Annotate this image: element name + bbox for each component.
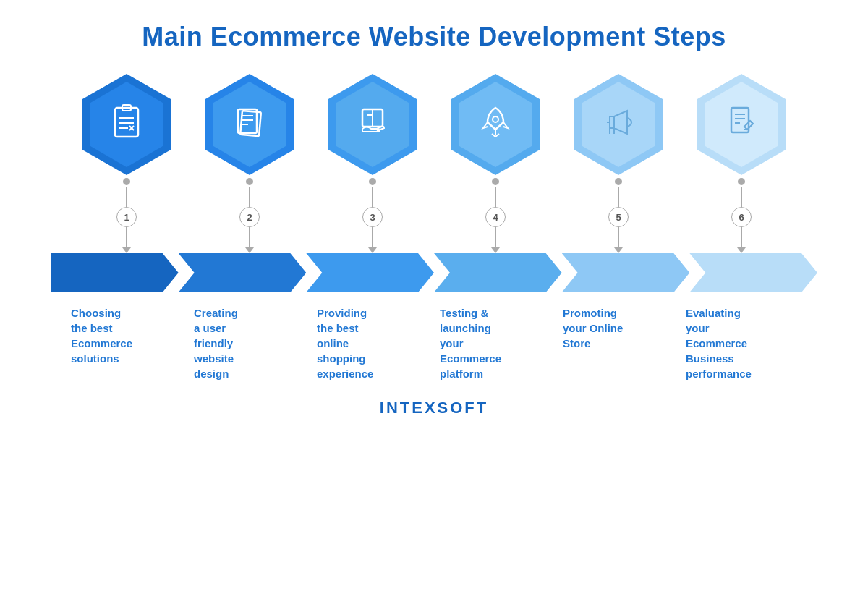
hex-item-6: 6: [680, 74, 803, 253]
arrow-segment-1: [51, 253, 179, 292]
megaphone-icon: [600, 102, 637, 148]
label-6: EvaluatingyourEcommerceBusinessperforman…: [680, 305, 803, 381]
label-2: Creatinga userfriendlywebsitedesign: [188, 305, 311, 381]
arrow-segment-2: [179, 253, 307, 292]
rocket-icon: [477, 102, 514, 148]
label-1: Choosingthe bestEcommercesolutions: [65, 305, 188, 381]
connector-4: 4: [485, 178, 506, 253]
page-title: Main Ecommerce Website Development Steps: [142, 22, 726, 52]
hexagon-3: [326, 74, 420, 175]
hexagon-6: [694, 74, 788, 175]
step-number-6: 6: [731, 207, 752, 227]
label-5: Promotingyour OnlineStore: [557, 305, 680, 381]
box-hand-icon: [354, 102, 391, 148]
svg-line-24: [750, 121, 753, 124]
step-number-3: 3: [362, 207, 383, 227]
clipboard-icon: [108, 102, 145, 148]
step-number-1: 1: [116, 207, 137, 227]
connector-2: 2: [239, 178, 260, 253]
logo-text: INTEXSOFT: [380, 399, 488, 417]
connector-5: 5: [608, 178, 629, 253]
document-pencil-icon: [723, 102, 760, 148]
hex-item-2: 2: [188, 74, 311, 253]
hexagons-row: 1: [29, 74, 839, 253]
hexagon-1: [80, 74, 174, 175]
arrow-segment-4: [434, 253, 562, 292]
arrow-segment-6: [689, 253, 817, 292]
hex-item-1: 1: [65, 74, 188, 253]
diagram-area: 1: [29, 74, 839, 381]
step-number-2: 2: [239, 207, 260, 227]
connector-6: 6: [731, 178, 752, 253]
svg-point-15: [493, 116, 498, 122]
arrow-segment-5: [562, 253, 690, 292]
arrow-segment-3: [306, 253, 434, 292]
connector-1: 1: [116, 178, 137, 253]
label-3: Providingthe bestonlineshoppingexperienc…: [311, 305, 434, 381]
hexagon-4: [448, 74, 542, 175]
arrows-band: [29, 253, 839, 292]
hexagon-2: [203, 74, 297, 175]
labels-row: Choosingthe bestEcommercesolutions Creat…: [29, 292, 839, 381]
step-number-4: 4: [485, 207, 506, 227]
hex-item-3: 3: [311, 74, 434, 253]
connector-3: 3: [362, 178, 383, 253]
hex-item-4: 4: [434, 74, 557, 253]
hexagon-5: [571, 74, 665, 175]
documents-icon: [231, 102, 268, 148]
logo-area: INTEXSOFT: [380, 399, 488, 417]
step-number-5: 5: [608, 207, 629, 227]
label-4: Testing &launchingyourEcommerceplatform: [434, 305, 557, 381]
hex-item-5: 5: [557, 74, 680, 253]
